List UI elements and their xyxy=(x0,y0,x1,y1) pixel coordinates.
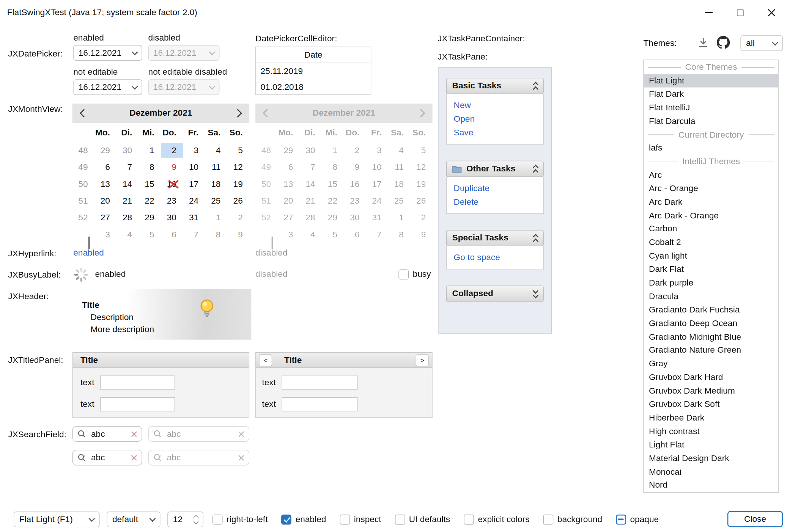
day-cell[interactable]: 10 xyxy=(183,160,205,175)
day-cell[interactable]: 9 xyxy=(227,227,249,242)
day-cell[interactable]: 9 xyxy=(161,160,183,175)
clear-icon[interactable] xyxy=(131,455,137,461)
font-size-spinner[interactable]: 12 xyxy=(167,512,203,527)
day-cell[interactable]: 30 xyxy=(161,210,183,225)
theme-item[interactable]: Nord xyxy=(644,479,779,493)
minimize-button[interactable] xyxy=(693,0,724,25)
day-cell[interactable]: 8 xyxy=(205,227,227,242)
day-cell[interactable]: 1 xyxy=(139,143,161,158)
theme-item[interactable]: Hiberbee Dark xyxy=(644,411,779,425)
spinner-buttons[interactable] xyxy=(194,515,198,524)
font-combobox[interactable]: default xyxy=(107,512,160,527)
day-cell[interactable]: 26 xyxy=(227,194,249,209)
checkbox-busy[interactable]: busy xyxy=(398,269,431,279)
day-cell[interactable]: 20 xyxy=(94,194,116,209)
day-cell[interactable]: 2 xyxy=(161,143,183,158)
day-cell[interactable]: 1 xyxy=(205,210,227,225)
themes-filter-combobox[interactable]: all xyxy=(740,35,783,51)
theme-item[interactable]: Dark Flat xyxy=(644,263,779,277)
theme-item[interactable]: Dracula xyxy=(644,290,779,304)
day-cell[interactable]: 14 xyxy=(116,177,139,191)
table-row[interactable]: 25.11.2019 xyxy=(256,63,371,80)
day-cell[interactable]: 28 xyxy=(116,210,139,225)
checkbox-inspect[interactable]: inspect xyxy=(340,514,381,524)
day-cell[interactable]: 7 xyxy=(116,160,139,175)
theme-item[interactable]: Gradianto Deep Ocean xyxy=(644,317,779,331)
datepicker-cell-editor-table[interactable]: Date 25.11.2019 01.02.2018 xyxy=(255,47,371,95)
taskpane-link-duplicate[interactable]: Duplicate xyxy=(454,182,536,195)
theme-item[interactable]: Cyan light xyxy=(644,250,779,263)
taskpane-header-collapsed[interactable]: Collapsed xyxy=(446,286,544,302)
day-cell[interactable]: 16 xyxy=(161,177,183,191)
day-cell[interactable]: 13 xyxy=(94,177,116,191)
titledpanel-right-button[interactable]: > xyxy=(416,354,429,366)
theme-item[interactable]: Flat Light xyxy=(644,74,779,88)
theme-item[interactable]: Arc Dark xyxy=(644,196,779,209)
text-input[interactable] xyxy=(282,375,358,389)
theme-item[interactable]: Gray xyxy=(644,358,779,371)
day-cell[interactable]: 5 xyxy=(139,227,161,242)
theme-item[interactable]: Dark purple xyxy=(644,276,779,290)
themes-list[interactable]: Core ThemesFlat LightFlat DarkFlat Intel… xyxy=(643,60,779,493)
checkbox-ui-defaults[interactable]: UI defaults xyxy=(395,514,450,524)
text-input[interactable] xyxy=(282,397,358,411)
day-cell[interactable]: 29 xyxy=(94,143,116,158)
theme-item[interactable]: Gruvbox Dark Hard xyxy=(644,371,779,384)
download-themes-button[interactable] xyxy=(697,37,709,51)
theme-item[interactable]: lafs xyxy=(644,141,779,155)
theme-item[interactable]: Flat Dark xyxy=(644,88,779,101)
taskpane-link-go-to-space[interactable]: Go to space xyxy=(454,251,536,264)
day-cell[interactable]: 3 xyxy=(183,143,205,158)
theme-item[interactable]: Flat Darcula xyxy=(644,115,779,128)
checkbox-explicit-colors[interactable]: explicit colors xyxy=(464,514,529,524)
theme-item[interactable]: Gradianto Midnight Blue xyxy=(644,330,779,344)
day-cell[interactable]: 30 xyxy=(116,143,139,158)
checkbox-background[interactable]: background xyxy=(543,514,602,524)
day-cell[interactable]: 31 xyxy=(183,210,205,225)
laf-combobox[interactable]: Flat Light (F1) xyxy=(14,512,100,527)
day-cell[interactable]: 2 xyxy=(227,210,249,225)
datepicker-dropdown-button[interactable] xyxy=(127,80,142,95)
search-field-with-menu-enabled[interactable]: abc xyxy=(72,450,142,465)
theme-item[interactable]: High contrast xyxy=(644,425,779,438)
next-month-button[interactable] xyxy=(226,110,249,116)
day-cell[interactable]: 29 xyxy=(139,210,161,225)
taskpane-header-special-tasks[interactable]: Special Tasks xyxy=(446,230,544,246)
theme-item[interactable]: Gradianto Dark Fuchsia xyxy=(644,303,779,317)
day-cell[interactable]: 6 xyxy=(94,160,116,175)
search-field-enabled[interactable]: abc xyxy=(72,426,142,442)
search-input-value[interactable]: abc xyxy=(91,429,127,439)
day-cell[interactable]: 18 xyxy=(205,177,227,191)
day-cell[interactable]: 15 xyxy=(139,177,161,191)
theme-item[interactable]: Arc - Orange xyxy=(644,182,779,196)
day-cell[interactable]: 11 xyxy=(205,160,227,175)
day-cell[interactable]: 4 xyxy=(205,143,227,158)
day-cell[interactable]: 24 xyxy=(183,194,205,209)
theme-item[interactable]: Gruvbox Dark Soft xyxy=(644,398,779,411)
day-cell[interactable]: 25 xyxy=(205,194,227,209)
theme-item[interactable]: Light Flat xyxy=(644,438,779,452)
taskpane-header-other-tasks[interactable]: Other Tasks xyxy=(446,161,544,177)
day-cell[interactable]: 4 xyxy=(116,227,139,242)
theme-item[interactable]: Arc xyxy=(644,169,779,182)
day-cell[interactable]: 19 xyxy=(227,177,249,191)
datepicker-not-editable[interactable]: 16.12.2021 xyxy=(73,79,142,95)
datepicker-enabled[interactable]: 16.12.2021 xyxy=(73,45,142,61)
table-row[interactable]: 01.02.2018 xyxy=(256,79,371,96)
text-input[interactable] xyxy=(100,375,175,389)
close-button[interactable]: Close xyxy=(727,511,783,527)
theme-item[interactable]: Material Design Dark xyxy=(644,452,779,466)
day-cell[interactable]: 3 xyxy=(94,227,116,242)
theme-item[interactable]: Arc Dark - Orange xyxy=(644,209,779,223)
day-cell[interactable]: 12 xyxy=(227,160,249,175)
day-cell[interactable]: 21 xyxy=(116,194,139,209)
titledpanel-left-button[interactable]: < xyxy=(259,354,272,366)
day-cell[interactable]: 17 xyxy=(183,177,205,191)
github-button[interactable] xyxy=(717,36,730,52)
theme-item[interactable]: Gradianto Nature Green xyxy=(644,344,779,358)
prev-month-button[interactable] xyxy=(72,110,96,116)
day-cell[interactable]: 22 xyxy=(139,194,161,209)
day-cell[interactable]: 6 xyxy=(161,227,183,242)
search-input-value[interactable]: abc xyxy=(91,453,127,463)
theme-item[interactable]: Monocai xyxy=(644,465,779,479)
